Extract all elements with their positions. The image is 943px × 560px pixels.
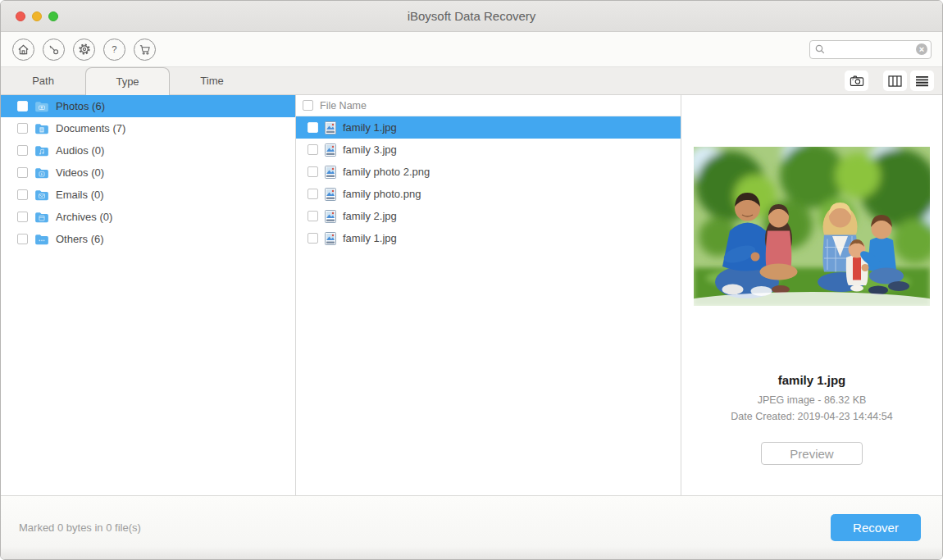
file-list: File Name family 1.jpg family 3.jpg fami…: [296, 95, 681, 495]
checkbox[interactable]: [17, 212, 28, 222]
file-row[interactable]: family 1.jpg: [296, 227, 681, 249]
file-name-column-header: File Name: [320, 100, 367, 112]
file-row[interactable]: family 2.jpg: [296, 205, 681, 227]
key-icon: [48, 43, 60, 56]
checkbox[interactable]: [308, 233, 318, 244]
checkbox[interactable]: [17, 101, 28, 112]
cart-icon: [139, 43, 151, 56]
file-name: family photo 2.png: [343, 166, 430, 178]
category-label: Others (6): [56, 233, 104, 245]
checkbox[interactable]: [308, 122, 318, 133]
checkbox[interactable]: [308, 166, 318, 177]
image-file-icon: [325, 121, 336, 134]
marked-status-text: Marked 0 bytes in 0 file(s): [19, 521, 141, 534]
folder-icon: [34, 189, 49, 201]
checkbox[interactable]: [17, 189, 28, 200]
image-file-icon: [325, 166, 336, 179]
file-list-header: File Name: [296, 95, 681, 116]
file-row[interactable]: family photo.png: [296, 183, 681, 205]
file-name: family photo.png: [343, 188, 421, 200]
category-row-audios[interactable]: Audios (0): [1, 139, 295, 162]
category-row-photos[interactable]: Photos (6): [1, 95, 295, 117]
search-icon: [814, 43, 826, 55]
preview-image: [694, 147, 930, 306]
toolbar-icons: ?: [12, 39, 156, 61]
key-button[interactable]: [43, 39, 65, 61]
category-label: Audios (0): [56, 144, 104, 157]
footer-bar: Marked 0 bytes in 0 file(s) Recover: [1, 495, 942, 559]
folder-icon: [34, 145, 49, 157]
traffic-lights: [16, 11, 58, 21]
image-file-icon: [325, 232, 336, 245]
search-box[interactable]: ×: [809, 40, 932, 59]
store-button[interactable]: [134, 39, 156, 61]
view-controls: [845, 67, 942, 94]
column-view-icon: [888, 75, 902, 87]
category-label: Videos (0): [56, 166, 104, 179]
category-row-emails[interactable]: Emails (0): [1, 184, 295, 206]
checkbox[interactable]: [308, 211, 318, 221]
app-window: iBoysoft Data Recovery ? ×: [0, 0, 943, 560]
list-view-button[interactable]: [910, 71, 934, 91]
image-file-icon: [325, 188, 336, 201]
tab-time[interactable]: Time: [170, 67, 254, 94]
content-area: Photos (6) Documents (7) Audios (0) Vide…: [1, 95, 942, 495]
file-row[interactable]: family 3.jpg: [296, 139, 681, 161]
category-row-documents[interactable]: Documents (7): [1, 117, 295, 139]
image-file-icon: [325, 210, 336, 223]
checkbox[interactable]: [308, 144, 318, 155]
gear-icon: [78, 43, 91, 56]
preview-date-created: Date Created: 2019-04-23 14:44:54: [731, 411, 892, 422]
search-input[interactable]: [826, 43, 916, 55]
home-button[interactable]: [12, 39, 34, 61]
checkbox[interactable]: [17, 145, 28, 156]
camera-icon: [850, 75, 864, 87]
preview-button[interactable]: Preview: [761, 442, 863, 465]
tab-type[interactable]: Type: [85, 67, 170, 95]
file-name: family 1.jpg: [343, 232, 397, 244]
checkbox[interactable]: [308, 189, 318, 199]
checkbox[interactable]: [17, 123, 28, 134]
file-row[interactable]: family 1.jpg: [296, 116, 681, 139]
file-name: family 3.jpg: [343, 143, 397, 156]
list-view-icon: [915, 75, 929, 87]
file-row[interactable]: family photo 2.png: [296, 161, 681, 183]
question-icon: ?: [108, 43, 121, 56]
preview-type-size: JPEG image - 86.32 KB: [758, 394, 867, 406]
folder-icon: [34, 234, 49, 245]
help-button[interactable]: ?: [103, 39, 125, 61]
preview-pane: family 1.jpg JPEG image - 86.32 KB Date …: [681, 95, 942, 495]
category-row-others[interactable]: Others (6): [1, 228, 295, 250]
clear-search-icon[interactable]: ×: [916, 43, 927, 55]
minimize-button[interactable]: [32, 11, 42, 21]
category-label: Archives (0): [56, 211, 112, 223]
category-list: Photos (6) Documents (7) Audios (0) Vide…: [1, 95, 296, 495]
folder-icon: [34, 123, 49, 134]
titlebar: iBoysoft Data Recovery: [1, 1, 942, 32]
tabs: Path Type Time: [1, 67, 296, 94]
toolbar: ? ×: [1, 32, 942, 66]
category-label: Documents (7): [56, 122, 125, 134]
svg-text:?: ?: [112, 44, 116, 54]
snapshot-button[interactable]: [845, 71, 868, 91]
checkbox[interactable]: [17, 234, 28, 244]
category-label: Emails (0): [56, 189, 104, 201]
folder-icon: [34, 101, 49, 112]
recover-button[interactable]: Recover: [831, 514, 921, 541]
category-row-archives[interactable]: Archives (0): [1, 206, 295, 228]
home-icon: [17, 43, 30, 56]
zoom-button[interactable]: [48, 11, 58, 21]
tab-path[interactable]: Path: [1, 67, 85, 94]
file-name: family 1.jpg: [343, 121, 397, 134]
category-row-videos[interactable]: Videos (0): [1, 162, 295, 184]
tab-bar: Path Type Time: [1, 66, 942, 95]
folder-icon: [34, 212, 49, 223]
preview-file-name: family 1.jpg: [778, 373, 846, 387]
settings-button[interactable]: [73, 39, 95, 61]
close-button[interactable]: [16, 11, 25, 21]
folder-icon: [34, 167, 49, 179]
file-name: family 2.jpg: [343, 210, 397, 222]
column-view-button[interactable]: [883, 71, 907, 91]
select-all-checkbox[interactable]: [303, 100, 313, 111]
checkbox[interactable]: [17, 167, 28, 178]
